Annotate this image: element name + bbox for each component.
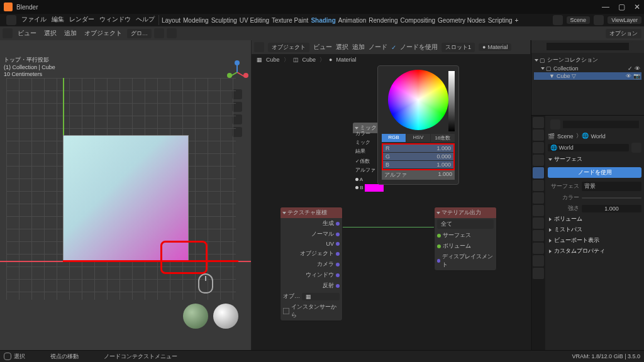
socket-reflection[interactable]: 反射	[280, 280, 342, 291]
tab-world-icon[interactable]	[533, 167, 544, 178]
outliner-search[interactable]	[547, 43, 629, 50]
option-dropdown[interactable]: オプション	[606, 29, 641, 38]
tab-modifier-icon[interactable]	[533, 192, 544, 204]
value-slider[interactable]	[448, 71, 455, 131]
tree-collection[interactable]: ▢ Collection✓ 👁	[534, 65, 641, 72]
socket-volume[interactable]: ボリューム	[435, 241, 496, 251]
scene-select[interactable]: Scene	[567, 16, 591, 24]
ws-anim[interactable]: Animation	[338, 17, 366, 24]
tab-object-icon[interactable]	[533, 180, 544, 191]
ws-layout[interactable]: Layout	[162, 17, 180, 24]
socket-normal[interactable]: ノーマル	[280, 229, 342, 239]
menu-edit[interactable]: 編集	[52, 15, 64, 25]
color-value[interactable]	[582, 197, 641, 199]
close-icon[interactable]: ✕	[634, 3, 640, 11]
menu-help[interactable]: ヘルプ	[136, 15, 155, 25]
ws-uv[interactable]: UV Editing	[240, 17, 269, 24]
bc-world[interactable]: World	[591, 133, 606, 140]
menu-file[interactable]: ファイル	[21, 15, 47, 25]
tab-render-icon[interactable]	[533, 117, 544, 128]
panel-volume[interactable]: ボリューム	[548, 214, 641, 224]
filter-icon[interactable]	[631, 41, 641, 52]
viewport-3d[interactable]: トップ・平行投影 (1) Collection | Cube 10 Centim…	[0, 40, 252, 350]
tab-physics-icon[interactable]	[533, 217, 544, 229]
node-tex-header[interactable]: テクスチャ座標	[280, 207, 342, 218]
tab-material-icon[interactable]	[533, 255, 544, 266]
editor-type-icon[interactable]	[254, 42, 264, 52]
socket-window[interactable]: ウィンドウ	[280, 270, 342, 280]
nh-view[interactable]: ビュー	[313, 43, 332, 52]
panel-custom[interactable]: カスタムプロパティ	[548, 246, 641, 256]
socket-object[interactable]: オブジェクト	[280, 248, 342, 259]
snap-icon[interactable]	[154, 28, 164, 38]
bc-material[interactable]: Material	[336, 57, 356, 63]
ws-comp[interactable]: Compositing	[400, 17, 435, 24]
b-field[interactable]: B1.000	[383, 161, 453, 168]
tree-scene-collection[interactable]: ▢ シーンコレクション	[534, 55, 641, 65]
ws-modeling[interactable]: Modeling	[183, 17, 209, 24]
search-icon[interactable]	[550, 119, 560, 129]
panel-surface[interactable]: サーフェス	[548, 154, 641, 165]
ws-texpaint[interactable]: Texture Paint	[272, 17, 308, 24]
tab-viewlayer-icon[interactable]	[533, 142, 544, 153]
socket-uv[interactable]: UV	[280, 239, 342, 248]
tb-add[interactable]: 追加	[62, 28, 79, 38]
use-nodes-button[interactable]: ノードを使用	[548, 167, 641, 178]
viewlayer-icon[interactable]	[594, 15, 604, 25]
socket-generated[interactable]: 生成	[280, 218, 342, 229]
maximize-icon[interactable]: ▢	[618, 3, 625, 11]
panel-mist[interactable]: ミストパス	[548, 224, 641, 235]
nh-select[interactable]: 選択	[336, 43, 348, 52]
tab-rgb[interactable]: RGB	[382, 134, 406, 142]
slot-select[interactable]: スロット1	[441, 43, 475, 52]
viewlayer-select[interactable]: ViewLayer	[608, 16, 641, 24]
orientation-select[interactable]: グロ…	[127, 29, 152, 38]
tab-particle-icon[interactable]	[533, 205, 544, 216]
bc-scene[interactable]: Scene	[557, 133, 574, 140]
socket-displacement[interactable]: ディスプレイスメント	[435, 251, 496, 270]
ws-geom[interactable]: Geometry Nodes	[438, 17, 486, 24]
socket-camera[interactable]: カメラ	[280, 259, 342, 270]
tab-scene-icon[interactable]	[533, 155, 544, 166]
instancer-check[interactable]: インスタンサーから	[280, 302, 342, 321]
target-select[interactable]: 全て	[435, 218, 496, 230]
ws-render[interactable]: Rendering	[369, 17, 397, 24]
menu-window[interactable]: ウィンドウ	[99, 15, 131, 25]
tab-hsv[interactable]: HSV	[406, 134, 430, 142]
alpha-field[interactable]: アルファ1.000	[382, 170, 455, 180]
hdri-sphere-1[interactable]	[183, 304, 208, 329]
tb-select[interactable]: 選択	[42, 28, 59, 38]
tree-cube[interactable]: ▼ Cube ▽👁 📷	[534, 72, 641, 80]
editor-type-icon[interactable]	[3, 28, 13, 38]
strength-value[interactable]: 1.000	[582, 205, 641, 212]
outliner-type-icon[interactable]	[534, 41, 544, 52]
props-search[interactable]	[563, 121, 639, 128]
tab-hex[interactable]: 16進数	[431, 134, 455, 142]
nh-add[interactable]: 追加	[352, 43, 365, 52]
scene-icon[interactable]	[553, 15, 563, 25]
bc-cube[interactable]: Cube	[266, 57, 280, 63]
ws-add-icon[interactable]: +	[515, 17, 519, 24]
color-wheel[interactable]	[388, 70, 448, 130]
tab-constraint-icon[interactable]	[533, 230, 544, 241]
use-nodes-toggle[interactable]: ノードを使用	[400, 43, 438, 52]
node-material-output[interactable]: マテリアル出力 全て サーフェス ボリューム ディスプレイスメント	[434, 207, 497, 271]
new-world-icon[interactable]	[631, 143, 641, 153]
material-select[interactable]: ● Material	[479, 43, 511, 51]
tab-data-icon[interactable]	[533, 243, 544, 254]
node-out-header[interactable]: マテリアル出力	[435, 207, 496, 218]
node-texture-coord[interactable]: テクスチャ座標 生成 ノーマル UV オブジェクト カメラ ウィンドウ 反射 オ…	[280, 207, 343, 321]
tab-output-icon[interactable]	[533, 129, 544, 141]
g-field[interactable]: G0.000	[383, 153, 453, 160]
obj-field[interactable]: オブ…▦	[280, 291, 342, 302]
bc-cube2[interactable]: Cube	[303, 57, 316, 63]
blender-icon[interactable]	[6, 15, 16, 25]
ws-sculpting[interactable]: Sculpting	[211, 17, 237, 24]
panel-viewport[interactable]: ビューポート表示	[548, 235, 641, 246]
proportional-icon[interactable]	[167, 28, 177, 38]
r-field[interactable]: R1.000	[383, 145, 453, 152]
world-select[interactable]: 🌐 World	[548, 144, 629, 151]
tb-object[interactable]: オブジェクト	[82, 28, 125, 38]
tab-texture-icon[interactable]	[533, 268, 544, 279]
minimize-icon[interactable]: —	[602, 3, 609, 11]
